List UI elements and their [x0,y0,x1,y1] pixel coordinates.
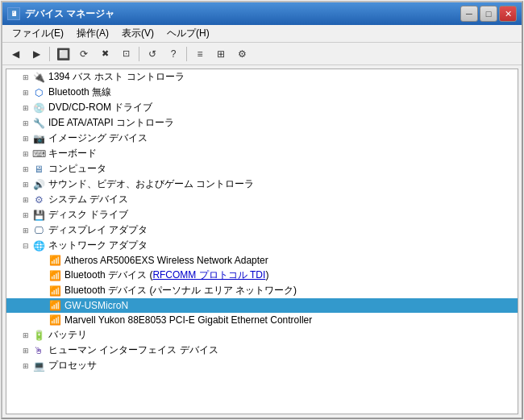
tree-item-marvell[interactable]: 📶 Marvell Yukon 88E8053 PCI-E Gigabit Et… [6,313,518,327]
tree-item-imaging[interactable]: ⊞ 📷 イメージング デバイス [6,131,518,146]
tree-item-atheros[interactable]: 📶 Atheros AR5006EXS Wireless Network Ada… [6,253,518,268]
title-bar: 🖥 デバイス マネージャ ─ □ ✕ [2,2,522,25]
label-network: ネットワーク アダプタ [48,239,148,252]
title-bar-buttons: ─ □ ✕ [460,6,517,22]
icon-human: 🖱 [32,344,45,357]
tree-item-gw-usm[interactable]: 📶 GW-USMicroN [6,298,518,313]
tree-item-system[interactable]: ⊞ ⚙ システム デバイス [6,192,518,207]
tree-item-proc[interactable]: ⊞ 💻 プロセッサ [6,358,518,373]
expand-icon-computer[interactable]: ⊞ [19,163,32,176]
label-bt-pan: Bluetooth デバイス (パーソナル エリア ネットワーク) [64,284,297,297]
icon-atheros: 📶 [48,254,61,267]
icon-proc: 💻 [32,360,45,372]
device-tree[interactable]: ⊞ 🔌 1394 バス ホスト コントローラ ⊞ ⬡ Bluetooth 無線 … [6,69,518,414]
label-sound: サウンド、ビデオ、およびゲーム コントローラ [48,177,254,191]
tree-item-battery[interactable]: ⊞ 🔋 バッテリ [6,327,518,343]
tree-item-dvd[interactable]: ⊞ 💿 DVD/CD-ROM ドライブ [6,100,518,115]
forward-button[interactable]: ▶ [27,45,46,63]
tree-item-human[interactable]: ⊞ 🖱 ヒューマン インターフェイス デバイス [6,343,518,358]
label-dvd: DVD/CD-ROM ドライブ [48,101,152,114]
tree-item-bt-rfcomm[interactable]: 📶 Bluetooth デバイス (RFCOMM プロトコル TDI) [6,268,518,283]
tree-item-disk[interactable]: ⊞ 💾 ディスク ドライブ [6,207,518,222]
icon-1394: 🔌 [32,71,45,84]
tree-item-computer[interactable]: ⊞ 🖥 コンピュータ [6,161,518,177]
expand-icon-atheros [35,254,48,267]
expand-icon-ide[interactable]: ⊞ [19,117,32,130]
expand-icon-bluetooth[interactable]: ⊞ [19,86,32,99]
icon-gw-usm: 📶 [48,299,61,312]
label-gw-usm: GW-USMicroN [64,300,128,311]
label-marvell: Marvell Yukon 88E8053 PCI-E Gigabit Ethe… [64,314,312,326]
expand-icon-disk[interactable]: ⊞ [19,209,32,222]
menu-bar: ファイル(E) 操作(A) 表示(V) ヘルプ(H) [2,25,522,43]
tree-item-network[interactable]: ⊟ 🌐 ネットワーク アダプタ [6,238,518,253]
window-title: デバイス マネージャ [25,7,114,21]
expand-icon-1394[interactable]: ⊞ [19,71,32,84]
icon-dvd: 💿 [32,102,45,114]
device-manager-window: 🖥 デバイス マネージャ ─ □ ✕ ファイル(E) 操作(A) 表示(V) ヘ… [1,1,523,419]
icon-network: 🌐 [32,239,45,252]
view2-button[interactable]: ⊞ [211,45,231,63]
maximize-button[interactable]: □ [480,6,497,22]
expand-icon-imaging[interactable]: ⊞ [19,132,32,145]
expand-icon-proc[interactable]: ⊞ [19,360,32,372]
label-computer: コンピュータ [48,162,106,176]
menu-view[interactable]: 表示(V) [115,25,160,42]
expand-icon-network[interactable]: ⊟ [19,239,32,252]
tree-item-display[interactable]: ⊞ 🖵 ディスプレイ アダプタ [6,222,518,238]
tree-item-sound[interactable]: ⊞ 🔊 サウンド、ビデオ、およびゲーム コントローラ [6,177,518,192]
properties-button[interactable]: 🔲 [53,45,73,63]
expand-icon-system[interactable]: ⊞ [19,193,32,206]
close-button[interactable]: ✕ [499,6,517,22]
expand-icon-display[interactable]: ⊞ [19,224,32,237]
tree-item-1394[interactable]: ⊞ 🔌 1394 バス ホスト コントローラ [6,69,518,85]
icon-system: ⚙ [32,193,45,206]
label-1394: 1394 バス ホスト コントローラ [48,70,185,84]
update-driver-button[interactable]: ⟳ [74,45,94,63]
menu-file[interactable]: ファイル(E) [6,25,70,42]
rfcomm-link[interactable]: RFCOMM プロトコル TDI [152,269,265,281]
icon-marvell: 📶 [48,314,61,326]
uninstall-button[interactable]: ✖ [95,45,114,63]
label-imaging: イメージング デバイス [48,131,148,145]
icon-battery: 🔋 [32,329,45,342]
back-button[interactable]: ◀ [6,45,25,63]
label-system: システム デバイス [48,193,128,206]
expand-icon-keyboard[interactable]: ⊞ [19,148,32,160]
icon-sound: 🔊 [32,178,45,191]
label-human: ヒューマン インターフェイス デバイス [48,343,218,357]
expand-icon-marvell [35,314,48,326]
label-keyboard: キーボード [48,147,97,160]
label-proc: プロセッサ [48,359,97,372]
icon-bt-pan: 📶 [48,285,61,297]
view3-button[interactable]: ⚙ [232,45,252,63]
tree-item-bt-pan[interactable]: 📶 Bluetooth デバイス (パーソナル エリア ネットワーク) [6,283,518,298]
label-disk: ディスク ドライブ [48,208,128,222]
view1-button[interactable]: ≡ [190,45,210,63]
icon-imaging: 📷 [32,132,45,145]
help-button[interactable]: ? [164,45,183,63]
toolbar: ◀ ▶ 🔲 ⟳ ✖ ⊡ ↺ ? ≡ ⊞ ⚙ [2,43,522,65]
expand-icon-dvd[interactable]: ⊞ [19,102,32,114]
menu-help[interactable]: ヘルプ(H) [160,25,216,42]
content-area: ⊞ 🔌 1394 バス ホスト コントローラ ⊞ ⬡ Bluetooth 無線 … [2,65,522,418]
expand-icon-human[interactable]: ⊞ [19,344,32,357]
label-bluetooth: Bluetooth 無線 [48,85,111,99]
refresh-button[interactable]: ↺ [143,45,162,63]
minimize-button[interactable]: ─ [460,6,478,22]
menu-action[interactable]: 操作(A) [70,25,115,42]
icon-disk: 💾 [32,209,45,222]
icon-ide: 🔧 [32,117,45,130]
toolbar-separator-2 [139,47,139,61]
tree-item-ide[interactable]: ⊞ 🔧 IDE ATA/ATAPI コントローラ [6,115,518,131]
toolbar-separator-3 [186,47,187,61]
tree-item-bluetooth[interactable]: ⊞ ⬡ Bluetooth 無線 [6,85,518,100]
expand-icon-battery[interactable]: ⊞ [19,329,32,342]
tree-item-keyboard[interactable]: ⊞ ⌨ キーボード [6,146,518,161]
expand-icon-sound[interactable]: ⊞ [19,178,32,191]
label-ide: IDE ATA/ATAPI コントローラ [48,116,174,130]
scan-button[interactable]: ⊡ [116,45,135,63]
icon-bt-rfcomm: 📶 [48,269,61,282]
label-bt-rfcomm: Bluetooth デバイス (RFCOMM プロトコル TDI) [64,268,268,282]
icon-keyboard: ⌨ [32,148,45,160]
